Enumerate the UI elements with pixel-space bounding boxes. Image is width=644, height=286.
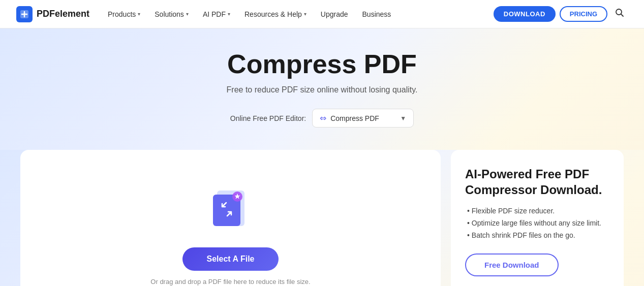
svg-point-1 xyxy=(616,9,622,15)
upload-panel: Select A File Or drag and drop a PDF fil… xyxy=(20,150,441,286)
nav-label-upgrade: Upgrade xyxy=(321,10,348,18)
nav-right: DOWNLOAD PRICING xyxy=(494,5,628,23)
compress-icon: ⇔ xyxy=(320,113,326,123)
pdf-compress-icon xyxy=(208,185,254,231)
nav-label-resources: Resources & Help xyxy=(244,10,302,18)
dropdown-left: ⇔ Compress PDF xyxy=(320,113,379,123)
hero-section: Compress PDF Free to reduce PDF size onl… xyxy=(0,28,644,150)
nav-links: Products ▾ Solutions ▾ AI PDF ▾ Resource… xyxy=(102,6,494,22)
page-title: Compress PDF xyxy=(10,49,634,79)
logo[interactable]: PDFelement xyxy=(16,6,89,22)
nav-item-solutions[interactable]: Solutions ▾ xyxy=(148,6,195,22)
nav-item-business[interactable]: Business xyxy=(356,6,397,22)
logo-text: PDFelement xyxy=(37,9,89,19)
nav-item-aipdf[interactable]: AI PDF ▾ xyxy=(197,6,236,22)
pricing-button[interactable]: PRICING xyxy=(560,6,607,22)
search-button[interactable] xyxy=(611,5,628,23)
feature-list: • Flexible PDF size reducer. • Optimize … xyxy=(465,207,609,239)
tool-dropdown[interactable]: ⇔ Compress PDF ▼ xyxy=(312,109,414,128)
upload-icon-wrapper xyxy=(208,185,254,233)
navbar: PDFelement Products ▾ Solutions ▾ AI PDF… xyxy=(0,0,644,28)
hero-subtitle: Free to reduce PDF size online without l… xyxy=(10,85,634,94)
feature-item-2: • Optimize large files without any size … xyxy=(465,219,609,227)
search-icon xyxy=(615,8,625,18)
dropdown-chevron-icon: ▼ xyxy=(400,115,406,122)
feature-item-1: • Flexible PDF size reducer. xyxy=(465,207,609,215)
chevron-icon-aipdf: ▾ xyxy=(228,11,230,17)
nav-item-resources[interactable]: Resources & Help ▾ xyxy=(238,6,313,22)
main-content: Select A File Or drag and drop a PDF fil… xyxy=(0,150,644,286)
nav-label-business: Business xyxy=(362,10,391,18)
chevron-icon-products: ▾ xyxy=(138,11,140,17)
drag-drop-text: Or drag and drop a PDF file here to redu… xyxy=(150,278,310,285)
nav-item-upgrade[interactable]: Upgrade xyxy=(315,6,354,22)
nav-label-solutions: Solutions xyxy=(155,10,184,18)
nav-item-products[interactable]: Products ▾ xyxy=(102,6,146,22)
download-button[interactable]: DOWNLOAD xyxy=(494,6,556,22)
toolbar-label: Online Free PDF Editor: xyxy=(230,114,306,122)
chevron-icon-resources: ▾ xyxy=(304,11,306,17)
sidebar-panel: AI-Powered Free PDF Compressor Download.… xyxy=(451,150,624,286)
free-download-button[interactable]: Free Download xyxy=(465,253,559,276)
sidebar-title: AI-Powered Free PDF Compressor Download. xyxy=(465,166,609,198)
feature-item-3: • Batch shrink PDF files on the go. xyxy=(465,231,609,239)
select-file-button[interactable]: Select A File xyxy=(182,247,279,271)
chevron-icon-solutions: ▾ xyxy=(186,11,189,17)
dropdown-text: Compress PDF xyxy=(330,114,379,122)
nav-label-products: Products xyxy=(108,10,136,18)
nav-label-aipdf: AI PDF xyxy=(203,10,226,18)
logo-icon xyxy=(16,6,33,22)
hero-toolbar: Online Free PDF Editor: ⇔ Compress PDF ▼ xyxy=(10,109,634,128)
